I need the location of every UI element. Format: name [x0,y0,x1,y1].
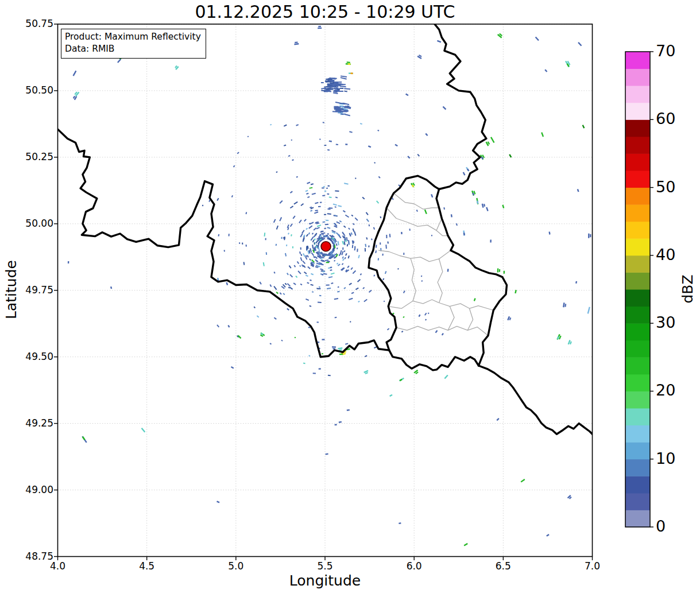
echo-streak [550,232,550,235]
echo-streak-secondary [295,42,297,42]
x-tick-label: 6.0 [407,560,422,572]
clutter-dash [314,212,318,213]
clutter-dash [327,194,330,195]
y-tick-label: 48.75 [18,551,53,562]
clutter-dash [312,193,316,195]
clutter-dash [209,200,210,202]
clutter-dash [380,216,381,218]
echo-streak-secondary [474,191,475,195]
x-axis-label: Longitude [57,572,593,589]
clutter-dash [284,125,287,126]
clutter-dash [325,237,329,237]
clutter-dash [344,88,350,89]
clutter-dash [421,276,422,277]
clutter-dash [280,218,281,222]
echo-streak-secondary [339,350,342,350]
clutter-dash [302,265,304,267]
clutter-dash [403,316,404,317]
clutter-dash [374,275,374,277]
clutter-dash [348,255,349,258]
echo-streak [443,107,446,110]
clutter-dash [335,317,337,318]
clutter-dash [315,267,318,268]
clutter-dash [345,239,345,242]
echo-streak-accent [412,185,413,187]
echo-streak [509,154,511,157]
echo-streak-accent [400,379,402,381]
clutter-dash [355,218,358,220]
clutter-dash [316,222,318,223]
clutter-dash [294,202,297,204]
clutter-dash [331,273,334,274]
clutter-dash [383,278,384,280]
echo-streak-accent [477,201,478,204]
clutter-dash [344,241,345,245]
clutter-dash [290,206,293,208]
country-border-line [479,366,593,434]
clutter-dash [311,274,313,275]
clutter-dash [316,227,319,229]
clutter-dash [307,183,310,184]
echo-streak-accent [467,169,469,170]
clutter-dash [323,274,327,274]
clutter-dash [366,219,369,222]
clutter-dash [347,237,347,241]
clutter-dash [270,285,271,287]
clutter-dash [360,274,361,276]
clutter-dash [342,241,343,245]
clutter-dash [303,238,304,241]
echo-streak [406,94,408,96]
clutter-dash [428,313,429,314]
clutter-dash [274,272,274,274]
clutter-dash [338,264,340,266]
echo-streak-secondary [559,336,561,339]
echo-streak [576,281,577,284]
clutter-dash [289,266,291,268]
echo-streak-secondary [365,373,368,374]
echo-streak [142,428,145,432]
region-border-line [467,308,473,330]
echo-streak-secondary [488,142,490,145]
clutter-dash [374,347,377,348]
echo-streak [227,282,228,285]
clutter-dash [318,266,320,266]
clutter-dash [303,363,305,363]
clutter-dash [254,307,255,308]
clutter-dash [257,316,258,317]
colorbar-band [625,137,650,154]
clutter-dash [404,291,405,293]
echo-streak-secondary [570,497,571,499]
echo-streak-accent [218,278,218,280]
clutter-dash [390,234,390,237]
colorbar-band [625,307,650,324]
echo-streak-accent [464,232,465,235]
clutter-dash [314,228,316,230]
colorbar-label: dBZ [679,255,696,324]
clutter-dash [372,239,372,241]
colorbar-band [625,289,650,307]
echo-streak [508,316,509,320]
clutter-dash [338,206,342,207]
clutter-dash [328,86,335,87]
clutter-dash [319,287,320,288]
clutter-dash [322,274,323,275]
colorbar-band [625,170,650,188]
clutter-dash [306,234,308,237]
clutter-dash [332,84,335,84]
clutter-dash [385,271,386,274]
echo-streak [563,303,564,307]
clutter-dash [318,244,319,247]
clutter-dash [353,270,355,273]
clutter-dash [351,215,353,216]
clutter-dash [332,242,333,243]
clutter-dash [232,195,233,197]
clutter-dash [293,283,296,285]
clutter-dash [293,216,295,219]
clutter-dash [329,197,332,197]
clutter-dash [346,240,346,242]
region-border-line [448,307,454,331]
clutter-dash [305,255,307,257]
echo-streak [399,523,401,524]
product-info-box: Product: Maximum Reflectivity Data: RMIB [61,29,206,59]
y-tick-label: 50.25 [18,151,53,162]
